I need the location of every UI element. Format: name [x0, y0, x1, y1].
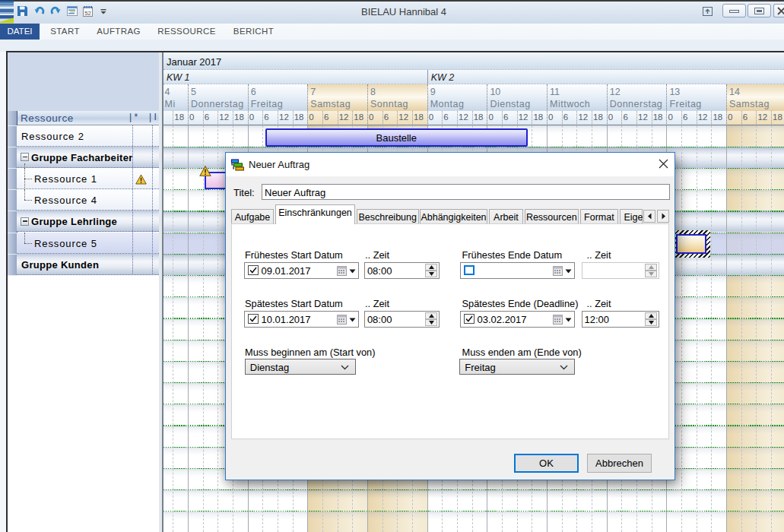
svg-text:52: 52 [84, 10, 90, 17]
